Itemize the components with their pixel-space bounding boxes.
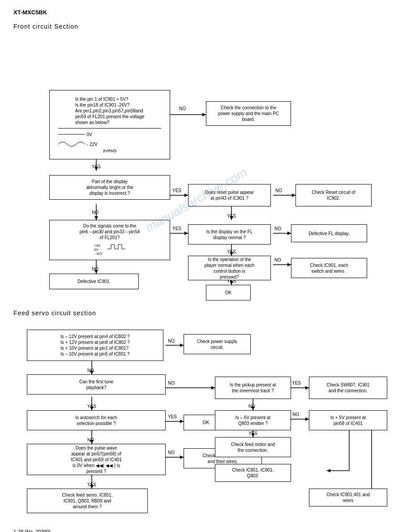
- fs-check-sw807-box: Check SW807, IC901and the connection.: [309, 377, 387, 399]
- q2-box: Part of the displayabnormally bright or …: [49, 175, 170, 200]
- waveform3: +4V 0V - 31V: [94, 242, 125, 256]
- svg-text:NO: NO: [275, 188, 282, 193]
- svg-marker-19: [184, 232, 188, 235]
- front-circuit-section: Front circuit Section NO YES YES NO NO: [13, 23, 398, 296]
- feed-servo-section: Feed servo circuit section NO NO NO YES …: [13, 309, 398, 515]
- svg-text:NO: NO: [92, 210, 98, 215]
- svg-text:NO: NO: [87, 438, 94, 442]
- fs-check-feed-motor-box: Check feed motor andthe connection.: [215, 437, 291, 457]
- waveform2: [58, 140, 85, 149]
- svg-text:NO: NO: [87, 368, 94, 373]
- svg-text:YES: YES: [292, 381, 301, 386]
- svg-text:YES: YES: [248, 431, 257, 436]
- section1-title: Front circuit Section: [13, 23, 398, 30]
- svg-text:YES: YES: [227, 214, 236, 219]
- svg-text:YES: YES: [87, 404, 96, 409]
- svg-marker-47: [211, 386, 215, 390]
- fs-check-feed-servo-box: Check feed servo, IC851,IC801, Q803, RB0…: [27, 489, 148, 513]
- svg-text:NO: NO: [168, 339, 175, 343]
- svg-marker-13: [292, 193, 295, 197]
- fs-q5-box: Does the pulse waveappear at pin57(pin58…: [27, 444, 166, 475]
- fs-check-ic901-401-wires-box: Check IC901,401 andwires: [309, 489, 387, 506]
- svg-text:NO: NO: [92, 266, 98, 271]
- fs-q4-neg6v-box: Is – 6V present atQ803 emitter ?: [215, 410, 291, 430]
- svg-marker-22: [287, 232, 291, 235]
- svg-text:YES: YES: [227, 249, 236, 254]
- svg-marker-10: [94, 216, 98, 220]
- svg-text:NO: NO: [168, 381, 175, 386]
- page-footer: 1-28 (No. 20390): [13, 529, 398, 532]
- q3-box: Do the signals come to thepin6～pin30 and…: [49, 220, 170, 260]
- svg-text:YES: YES: [172, 188, 181, 193]
- svg-text:NO: NO: [179, 106, 186, 111]
- check-ic901-switch-box: Check IC901, eachswitch and wires .: [291, 258, 367, 278]
- svg-text:+4V: +4V: [94, 244, 101, 248]
- svg-text:NO: NO: [274, 226, 281, 231]
- defective-ic901-box: Defective IC901.: [49, 274, 139, 289]
- svg-text:- 31V: - 31V: [94, 252, 103, 256]
- svg-text:NO: NO: [248, 404, 255, 409]
- svg-marker-7: [184, 193, 188, 197]
- svg-marker-75: [327, 469, 330, 472]
- svg-text:NO: NO: [292, 412, 299, 417]
- fs-q2-box: Can the first tuneplayback?: [27, 374, 166, 395]
- svg-marker-3: [202, 113, 206, 116]
- fl-display-box: Is the display on the FLdisplay normal ?: [188, 224, 271, 245]
- svg-marker-65: [180, 455, 184, 459]
- svg-marker-43: [180, 343, 184, 347]
- svg-text:YES: YES: [92, 164, 101, 169]
- a1-no-box: Check the connection to thepower supply …: [206, 101, 291, 126]
- svg-marker-28: [287, 263, 291, 266]
- waveform1: [58, 130, 85, 139]
- q1-box: Is the pin 1 of IC901 + 5V? Is the pin18…: [49, 90, 170, 159]
- check-reset-box: Check Reset circuit ofIC902.: [295, 184, 372, 206]
- svg-text:NO: NO: [274, 257, 281, 262]
- svg-text:YES: YES: [172, 226, 181, 231]
- ok-box: OK: [206, 285, 251, 300]
- svg-text:YES: YES: [168, 414, 177, 419]
- section2-title: Feed servo circuit section: [13, 309, 398, 317]
- svg-marker-53: [305, 386, 309, 390]
- svg-text:0V: 0V: [94, 248, 98, 252]
- fs-check-power-box: Check power supplycircuit.: [184, 334, 251, 354]
- defective-fl-box: Defective FL display.: [291, 224, 367, 242]
- fs-pickup-box: Is the pickup present atthe innermost tr…: [215, 377, 291, 399]
- svg-marker-68: [305, 417, 309, 421]
- fs-q4-pos5v-box: Is + 5V present atpin58 of IC401: [309, 410, 387, 430]
- reset-pulse-box: Does reset pulse appearat pin43 of IC901…: [188, 184, 271, 206]
- svg-text:YES: YES: [87, 482, 96, 487]
- fs-q3-box: Is autoserch for eachselection possible …: [27, 410, 166, 430]
- svg-marker-59: [180, 420, 184, 423]
- fs-check-ic851-box: Check IC851, IC801,Q803.: [215, 464, 291, 482]
- fs-q1-box: Is – 12V present at pin4 of IC802 ? Is +…: [27, 330, 163, 361]
- page-title: XT-MXC5BK: [13, 9, 398, 16]
- svg-text:NO: NO: [168, 450, 175, 455]
- q4-box: Is the operation of theplayer normal whe…: [188, 256, 271, 280]
